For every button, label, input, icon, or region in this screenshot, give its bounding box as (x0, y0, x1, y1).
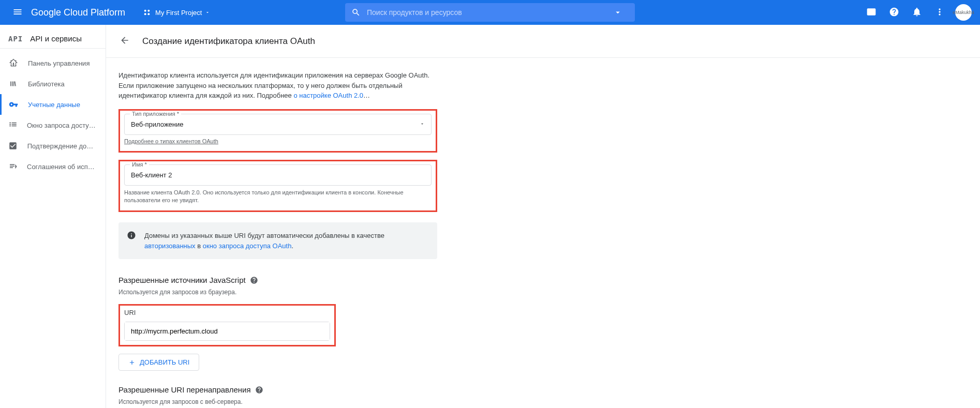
sidebar-title: API и сервисы (30, 34, 82, 43)
help-icon[interactable] (250, 276, 258, 284)
search-icon (351, 8, 361, 17)
info-banner: Домены из указанных выше URI будут автом… (118, 222, 437, 259)
svg-point-8 (13, 63, 14, 64)
notifications-icon[interactable] (908, 3, 926, 23)
dashboard-icon (8, 58, 19, 68)
verified-icon (8, 141, 18, 151)
project-name: My First Project (155, 9, 202, 17)
add-uri-button[interactable]: ДОБАВИТЬ URI (118, 354, 199, 371)
search-box[interactable] (345, 3, 635, 22)
sidebar-item-label: Учетные данные (28, 101, 80, 109)
top-header: Google Cloud Platform My First Project e… (0, 0, 980, 25)
svg-point-1 (147, 10, 150, 12)
sidebar-item-label: Соглашения об использов... (27, 163, 97, 171)
sidebar: API API и сервисы Панель управления Библ… (0, 25, 106, 408)
uri-label: URI (124, 309, 330, 316)
chevron-down-icon[interactable] (613, 8, 622, 17)
sidebar-item-agreements[interactable]: Соглашения об использов... (0, 156, 106, 177)
app-type-field[interactable]: Тип приложения * Веб-приложение (124, 114, 432, 135)
user-avatar[interactable]: eMakukha (955, 4, 972, 21)
js-origins-title: Разрешенные источники JavaScript (118, 276, 437, 284)
svg-point-4 (10, 60, 11, 61)
highlight-uri: URI (118, 304, 336, 346)
plus-icon (128, 359, 136, 366)
main-content: Создание идентификатора клиента OAuth Ид… (106, 25, 980, 408)
sidebar-item-label: Панель управления (28, 59, 90, 67)
sidebar-item-label: Окно запроса доступа OAu... (27, 122, 97, 129)
authorized-link[interactable]: авторизованных (144, 242, 196, 250)
chevron-down-icon (205, 10, 210, 15)
sidebar-item-library[interactable]: Библиотека (0, 73, 106, 94)
page-header: Создание идентификатора клиента OAuth (106, 25, 980, 58)
svg-point-7 (15, 65, 16, 66)
svg-point-0 (144, 10, 146, 12)
redirect-uris-desc: Используется для запросов с веб-сервера. (118, 398, 437, 405)
svg-point-6 (10, 65, 11, 66)
key-icon (8, 99, 19, 110)
help-icon[interactable] (885, 3, 903, 23)
intro-text: Идентификатор клиента используется для и… (118, 70, 437, 101)
library-icon (8, 79, 19, 89)
api-logo-text: API (8, 35, 23, 43)
highlight-name: Имя * Название клиента OAuth 2.0. Оно ис… (118, 160, 437, 213)
sidebar-header[interactable]: API API и сервисы (0, 29, 106, 49)
sidebar-item-label: Библиотека (28, 80, 65, 88)
page-title: Создание идентификатора клиента OAuth (142, 36, 315, 47)
name-label: Имя * (130, 161, 149, 168)
header-actions: eMakukha (862, 3, 972, 23)
info-banner-text: Домены из указанных выше URI будут автом… (144, 231, 429, 251)
uri-input[interactable] (125, 322, 330, 340)
cloud-shell-icon[interactable] (862, 3, 881, 23)
name-field[interactable]: Имя * (124, 164, 432, 186)
sidebar-item-dashboard[interactable]: Панель управления (0, 53, 106, 73)
help-icon[interactable] (255, 386, 263, 394)
project-icon (143, 8, 151, 17)
svg-point-2 (144, 13, 146, 15)
agreement-icon (8, 161, 18, 172)
sidebar-item-oauth-consent[interactable]: Окно запроса доступа OAu... (0, 115, 106, 135)
redirect-uris-title: Разрешенные URI перенаправления (118, 385, 437, 394)
name-input[interactable] (125, 165, 431, 185)
name-helper: Название клиента OAuth 2.0. Оно использу… (124, 189, 432, 205)
svg-point-5 (15, 60, 16, 61)
oauth-consent-link[interactable]: окно запроса доступа OAuth (203, 242, 292, 250)
info-icon (127, 231, 136, 240)
svg-point-3 (147, 13, 150, 15)
search-input[interactable] (367, 8, 607, 17)
consent-icon (8, 120, 18, 130)
app-type-label: Тип приложения * (130, 111, 181, 117)
search-container (345, 3, 635, 22)
oauth-setup-link[interactable]: о настройке OAuth 2.0 (293, 92, 363, 99)
more-vert-icon[interactable] (930, 3, 949, 23)
app-type-select[interactable]: Веб-приложение (125, 114, 431, 134)
sidebar-item-credentials[interactable]: Учетные данные (0, 94, 106, 115)
menu-hamburger-icon[interactable] (8, 3, 27, 23)
project-selector[interactable]: My First Project (138, 5, 215, 20)
oauth-client-types-link[interactable]: Подробнее о типах клиентов OAuth (124, 138, 218, 144)
highlight-app-type: Тип приложения * Веб-приложение Подробне… (118, 109, 437, 153)
js-origins-section: Разрешенные источники JavaScript Использ… (118, 276, 437, 371)
sidebar-item-domain-verify[interactable]: Подтверждение домена (0, 135, 106, 156)
back-arrow-icon[interactable] (116, 32, 133, 50)
gcp-logo[interactable]: Google Cloud Platform (31, 7, 125, 18)
redirect-uris-section: Разрешенные URI перенаправления Использу… (118, 385, 437, 405)
js-origins-desc: Используется для запросов из браузера. (118, 289, 437, 296)
sidebar-item-label: Подтверждение домена (27, 142, 97, 150)
